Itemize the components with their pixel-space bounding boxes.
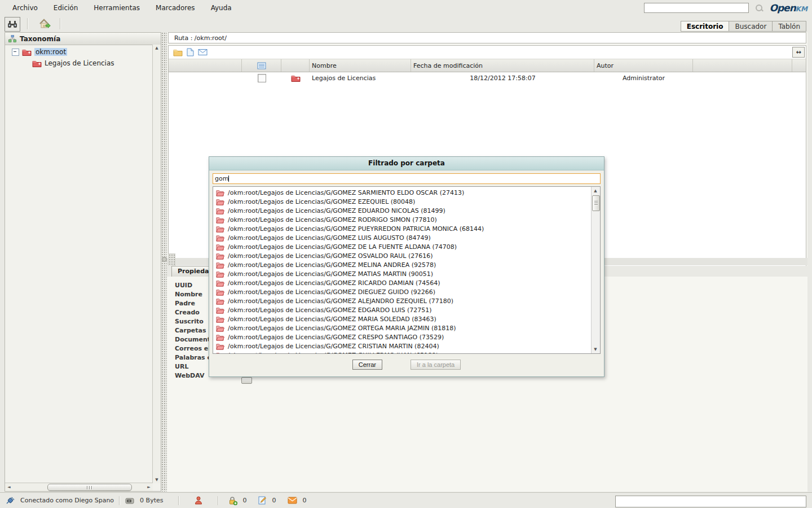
folder-result-row[interactable]: /okm:root/Legajos de Licencias/G/GOMEZ C… (213, 341, 592, 351)
open-folder-icon (216, 279, 224, 287)
open-folder-icon (216, 225, 224, 233)
vertical-splitter[interactable] (161, 32, 167, 492)
go-home-button[interactable] (37, 17, 52, 30)
find-folder-button[interactable] (5, 17, 20, 32)
folder-result-row[interactable]: /okm:root/Legajos de Licencias/G/GOMEZ D… (213, 242, 592, 251)
header-modified[interactable]: Fecha de modificación (411, 59, 594, 72)
scroll-down-icon[interactable]: ▼ (592, 346, 599, 353)
folder-result-row[interactable]: /okm:root/Legajos de Licencias/G/GOMEZ G… (213, 351, 592, 354)
taxonomy-tree-icon (8, 35, 16, 42)
dialog-title[interactable]: Filtrado por carpeta (209, 157, 604, 170)
folder-result-row[interactable]: /okm:root/Legajos de Licencias/G/GOMEZ C… (213, 332, 592, 341)
dialog-buttons: Cerrar Ir a la carpeta (209, 360, 604, 370)
folder-result-row[interactable]: /okm:root/Legajos de Licencias/G/GOMEZ M… (213, 269, 592, 278)
scrollbar-thumb[interactable] (592, 195, 600, 211)
scroll-up-icon[interactable]: ▲ (592, 187, 599, 194)
tree-vertical-scrollbar[interactable]: ▲ ▼ (152, 45, 161, 483)
open-folder-icon (216, 270, 224, 278)
folder-result-row[interactable]: /okm:root/Legajos de Licencias/G/GOMEZ A… (213, 296, 592, 305)
result-scrollbar[interactable]: ▲ ▼ (591, 187, 600, 353)
locked-count: 0 (242, 497, 246, 504)
folder-path: /okm:root/Legajos de Licencias/G/GOMEZ E… (228, 207, 445, 214)
menu-item[interactable]: Archivo (5, 0, 46, 16)
scroll-right-icon[interactable]: ► (145, 484, 153, 491)
open-folder-icon (216, 252, 224, 260)
open-folder-icon (216, 261, 224, 269)
tab-buscador[interactable]: Buscador (729, 21, 773, 32)
tree-node-label[interactable]: okm:root (34, 48, 67, 56)
path-bar: Ruta : /okm:root/ (168, 32, 806, 43)
splitter-knob[interactable] (162, 257, 167, 262)
menu-item[interactable]: Ayuda (203, 0, 240, 16)
header-name[interactable]: Nombre (310, 59, 411, 72)
folder-result-row[interactable]: /okm:root/Legajos de Licencias/G/GOMEZ M… (213, 260, 592, 269)
folder-result-row[interactable]: /okm:root/Legajos de Licencias/G/GOMEZ P… (213, 224, 592, 233)
folder-result-row[interactable]: /okm:root/Legajos de Licencias/G/GOMEZ L… (213, 233, 592, 242)
header-select[interactable] (242, 59, 281, 72)
folder-path: /okm:root/Legajos de Licencias/G/GOMEZ M… (228, 261, 436, 269)
scroll-left-icon[interactable]: ◄ (5, 484, 13, 491)
resize-columns-button[interactable]: ↔ (792, 47, 805, 58)
webdav-copy-icon[interactable] (241, 377, 252, 384)
row-name[interactable]: Legajos de Licencias (310, 75, 411, 82)
tab-tablon[interactable]: Tablón (773, 21, 806, 32)
go-to-folder-button[interactable]: Ir a la carpeta (411, 360, 461, 370)
scroll-down-icon[interactable]: ▼ (153, 476, 161, 483)
row-modified: 18/12/2012 17:58:07 (411, 75, 594, 82)
folder-path: /okm:root/Legajos de Licencias/G/GOMEZ E… (228, 306, 431, 314)
mail-icon[interactable] (198, 49, 208, 56)
tree-node-root[interactable]: okm:root (12, 48, 67, 56)
collapse-icon[interactable] (12, 49, 19, 56)
status-message-field[interactable] (615, 496, 806, 507)
folder-result-row[interactable]: /okm:root/Legajos de Licencias/G/GOMEZ E… (213, 206, 592, 215)
folder-result-row[interactable]: /okm:root/Legajos de Licencias/G/GOMEZ O… (213, 251, 592, 260)
tree-horizontal-scrollbar[interactable]: ◄ ► (5, 483, 153, 491)
folder-result-row[interactable]: /okm:root/Legajos de Licencias/G/GOMEZ R… (213, 278, 592, 287)
folder-path: /okm:root/Legajos de Licencias/G/GOMEZ G… (228, 352, 438, 354)
open-folder-icon (216, 352, 224, 354)
scroll-up-icon[interactable]: ▲ (153, 45, 161, 51)
folder-result-row[interactable]: /okm:root/Legajos de Licencias/G/GOMEZ S… (213, 188, 592, 197)
folder-result-row[interactable]: /okm:root/Legajos de Licencias/G/GOMEZ D… (213, 287, 592, 296)
taxonomy-panel: Taxonomía okm:root Legajos de Licencias (5, 32, 161, 492)
folder-path: /okm:root/Legajos de Licencias/G/GOMEZ R… (228, 279, 440, 287)
row-checkbox[interactable] (258, 74, 266, 82)
connection-icon (6, 496, 15, 505)
folder-path: /okm:root/Legajos de Licencias/G/GOMEZ O… (228, 325, 456, 332)
mail-count: 0 (302, 497, 306, 504)
logo-text-km: KM (796, 5, 807, 13)
search-icon[interactable] (754, 3, 764, 12)
file-table-header: Nombre Fecha de modificación Autor (169, 59, 806, 72)
tab-escritorio[interactable]: Escritorio (681, 21, 730, 32)
scrollbar-thumb[interactable] (47, 484, 132, 491)
close-button[interactable]: Cerrar (352, 360, 382, 370)
header-blank[interactable] (169, 59, 242, 72)
folder-result-row[interactable]: /okm:root/Legajos de Licencias/G/GOMEZ E… (213, 197, 592, 206)
filter-text: gom (215, 175, 228, 182)
folder-filter-input[interactable]: gom (213, 173, 601, 184)
table-row[interactable]: Legajos de Licencias 18/12/2012 17:58:07… (169, 72, 806, 84)
menu-item[interactable]: Marcadores (148, 0, 203, 16)
open-folder-icon (216, 234, 224, 242)
folder-result-row[interactable]: /okm:root/Legajos de Licencias/G/GOMEZ E… (213, 305, 592, 314)
quick-search-input[interactable] (644, 3, 749, 13)
folder-result-row[interactable]: /okm:root/Legajos de Licencias/G/GOMEZ R… (213, 215, 592, 224)
text-caret (228, 176, 229, 182)
red-folder-icon (32, 60, 42, 67)
tree-node-label[interactable]: Legajos de Licencias (45, 59, 114, 67)
tree-node-legajos[interactable]: Legajos de Licencias (32, 59, 114, 67)
header-blank2[interactable] (693, 59, 792, 72)
folder-result-row[interactable]: /okm:root/Legajos de Licencias/G/GOMEZ M… (213, 314, 592, 323)
header-type[interactable] (281, 59, 310, 72)
open-folder-icon (216, 343, 224, 350)
taxonomy-header: Taxonomía (5, 33, 161, 45)
connected-as-text: Conectado como Diego Spano (20, 497, 114, 504)
menu-item[interactable]: Herramientas (86, 0, 148, 16)
folder-result-row[interactable]: /okm:root/Legajos de Licencias/G/GOMEZ O… (213, 323, 592, 332)
menu-item[interactable]: Edición (46, 0, 86, 16)
create-folder-icon[interactable] (173, 49, 183, 56)
create-document-icon[interactable] (187, 48, 194, 56)
status-bar: Conectado como Diego Spano 0 Bytes 0 0 (0, 492, 812, 508)
folder-path: /okm:root/Legajos de Licencias/G/GOMEZ E… (228, 198, 415, 205)
header-author[interactable]: Autor (594, 59, 693, 72)
